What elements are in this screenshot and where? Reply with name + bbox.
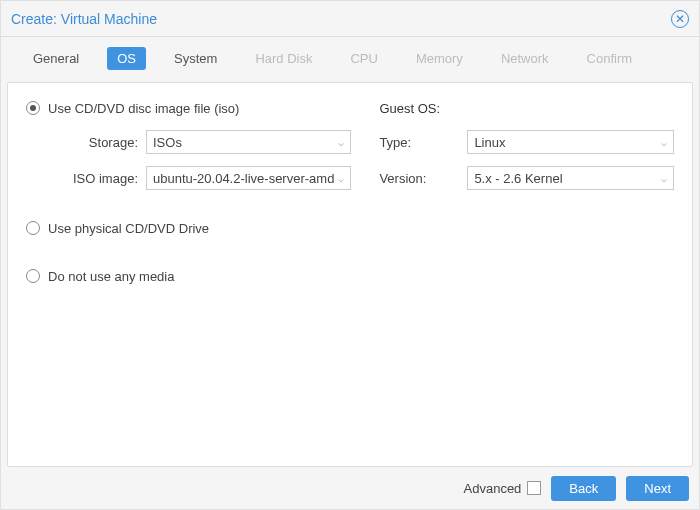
iso-image-value: ubuntu-20.04.2-live-server-amd: [153, 171, 334, 186]
os-version-value: 5.x - 2.6 Kernel: [474, 171, 657, 186]
storage-label: Storage:: [26, 135, 138, 150]
create-vm-dialog: Create: Virtual Machine ✕ General OS Sys…: [0, 0, 700, 510]
dialog-title: Create: Virtual Machine: [11, 11, 671, 27]
advanced-label: Advanced: [464, 481, 522, 496]
chevron-down-icon: ⌵: [661, 137, 667, 148]
os-version-combo[interactable]: 5.x - 2.6 Kernel ⌵: [467, 166, 674, 190]
wizard-tabs: General OS System Hard Disk CPU Memory N…: [1, 37, 699, 82]
radio-none-label: Do not use any media: [48, 269, 174, 284]
radio-none[interactable]: [26, 269, 40, 283]
os-version-field: Version: 5.x - 2.6 Kernel ⌵: [379, 165, 674, 191]
tab-cpu: CPU: [340, 47, 387, 70]
chevron-down-icon: ⌵: [338, 137, 344, 148]
radio-physical-label: Use physical CD/DVD Drive: [48, 221, 209, 236]
tab-os[interactable]: OS: [107, 47, 146, 70]
radio-physical-row[interactable]: Use physical CD/DVD Drive: [26, 217, 351, 239]
radio-physical[interactable]: [26, 221, 40, 235]
guest-os-column: Guest OS: Type: Linux ⌵ Version: 5.x - 2…: [379, 97, 674, 452]
radio-none-row[interactable]: Do not use any media: [26, 265, 351, 287]
os-type-value: Linux: [474, 135, 657, 150]
os-type-field: Type: Linux ⌵: [379, 129, 674, 155]
chevron-down-icon: ⌵: [338, 173, 344, 184]
tab-general[interactable]: General: [23, 47, 89, 70]
tab-confirm: Confirm: [577, 47, 643, 70]
iso-image-field: ISO image: ubuntu-20.04.2-live-server-am…: [26, 165, 351, 191]
storage-field: Storage: ISOs ⌵: [26, 129, 351, 155]
storage-value: ISOs: [153, 135, 334, 150]
iso-image-combo[interactable]: ubuntu-20.04.2-live-server-amd ⌵: [146, 166, 351, 190]
tab-network: Network: [491, 47, 559, 70]
os-panel: Use CD/DVD disc image file (iso) Storage…: [7, 82, 693, 467]
next-button[interactable]: Next: [626, 476, 689, 501]
iso-image-label: ISO image:: [26, 171, 138, 186]
os-version-label: Version:: [379, 171, 459, 186]
advanced-toggle[interactable]: Advanced: [464, 481, 542, 496]
tab-system[interactable]: System: [164, 47, 227, 70]
storage-combo[interactable]: ISOs ⌵: [146, 130, 351, 154]
close-icon[interactable]: ✕: [671, 10, 689, 28]
tab-hard-disk: Hard Disk: [245, 47, 322, 70]
guest-os-heading: Guest OS:: [379, 97, 674, 119]
dialog-footer: Advanced Back Next: [1, 467, 699, 509]
media-column: Use CD/DVD disc image file (iso) Storage…: [26, 97, 351, 452]
back-button[interactable]: Back: [551, 476, 616, 501]
os-type-combo[interactable]: Linux ⌵: [467, 130, 674, 154]
radio-iso-label: Use CD/DVD disc image file (iso): [48, 101, 239, 116]
os-type-label: Type:: [379, 135, 459, 150]
radio-iso-row[interactable]: Use CD/DVD disc image file (iso): [26, 97, 351, 119]
advanced-checkbox[interactable]: [527, 481, 541, 495]
titlebar: Create: Virtual Machine ✕: [1, 1, 699, 37]
radio-iso[interactable]: [26, 101, 40, 115]
chevron-down-icon: ⌵: [661, 173, 667, 184]
tab-memory: Memory: [406, 47, 473, 70]
